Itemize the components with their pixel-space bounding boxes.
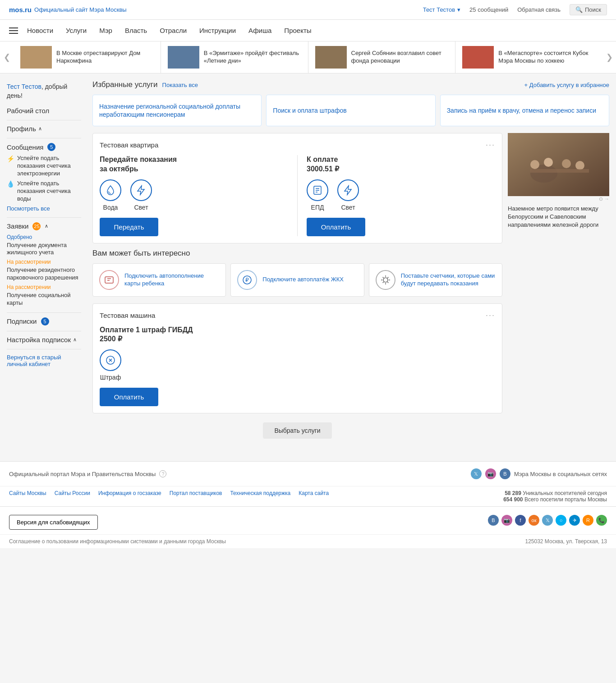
facebook-bottom-icon[interactable]: f <box>515 515 526 526</box>
ticker-prev-button[interactable]: ❮ <box>0 41 14 73</box>
fine-item: Штраф <box>100 349 121 381</box>
sidebar-old-cabinet-link[interactable]: Вернуться в старый личный кабинет <box>7 354 81 367</box>
ticker-image-1 <box>20 46 52 69</box>
sidebar-profile-toggle[interactable]: Профиль ∧ <box>7 125 81 133</box>
ticker-next-button[interactable]: ❯ <box>602 41 616 73</box>
footer-link-3[interactable]: Информация о госзаказе <box>98 490 161 496</box>
footer-address: 125032 Москва, ул. Тверская, 13 <box>525 538 607 545</box>
sidebar-messages-toggle[interactable]: Сообщения 5 <box>7 143 81 151</box>
feedback-link[interactable]: Обратная связь <box>517 6 561 13</box>
footer-top: Официальный портал Мэра и Правительства … <box>0 461 616 486</box>
twitter-bottom-icon[interactable]: 𝕏 <box>542 515 553 526</box>
sidebar-subscriptions-badge: 5 <box>41 317 49 325</box>
nav-authority[interactable]: Власть <box>125 27 147 34</box>
news-side-text[interactable]: Наземное метро появится между Белорусски… <box>508 205 609 229</box>
nav-instructions[interactable]: Инструкции <box>199 27 236 34</box>
instagram-icon[interactable]: 📷 <box>485 468 496 479</box>
footer-copyright-row: Соглашение о пользовании информационными… <box>0 534 616 548</box>
twitter-icon[interactable]: 𝕏 <box>471 468 482 479</box>
sidebar-desktop-section: Рабочий стол <box>7 107 81 115</box>
rss-bottom-icon[interactable]: R <box>583 515 593 526</box>
nav-projects[interactable]: Проекты <box>284 27 311 34</box>
sidebar-desktop-link[interactable]: Рабочий стол <box>7 107 81 115</box>
ticker-item[interactable]: В «Мегаспорте» состоится Кубок Мэра Моск… <box>455 41 602 73</box>
sidebar-reviewing-status-2: На рассмотрении <box>7 284 81 290</box>
sidebar-applications-toggle[interactable]: Заявки 25 ∧ <box>7 222 81 230</box>
user-chevron-icon: ▾ <box>457 6 460 13</box>
electric-pay-label: Свет <box>341 204 355 211</box>
favorites-show-all[interactable]: Показать все <box>162 82 198 88</box>
ticker-text-1: В Москве отреставрируют Дом Наркомфина <box>56 50 154 65</box>
footer-social-section: 𝕏 📷 В Мэра Москвы в социальных сетях <box>471 468 607 479</box>
svg-rect-18 <box>530 169 589 173</box>
electric-pay-icon <box>337 179 359 201</box>
ticker-item[interactable]: В «Эрмитаже» пройдёт фестиваль «Летние д… <box>161 41 308 73</box>
top-bar-right: Тест Тестов ▾ 25 сообщений Обратная связ… <box>423 4 607 15</box>
submit-readings-button[interactable]: Передать <box>100 218 158 236</box>
nav-news[interactable]: Новости <box>27 27 53 34</box>
footer-links-row: Сайты Москвы Сайты России Информация о г… <box>0 486 616 506</box>
electric-text: Успейте подать показания счетчика электр… <box>17 155 81 178</box>
apt-payment-icons: ЕПД Свет <box>307 179 495 211</box>
interest-card-1[interactable]: Подключить автопополнение карты ребенка <box>92 263 226 297</box>
footer-link-4[interactable]: Портал поставщиков <box>170 490 222 496</box>
sidebar-profile-section: Профиль ∧ <box>7 125 81 133</box>
favorites-title: Избранные услуги <box>92 80 158 89</box>
pay-button[interactable]: Оплатить <box>307 218 365 236</box>
fav-card-2[interactable]: Поиск и оплата штрафов <box>266 95 435 126</box>
footer-link-6[interactable]: Карта сайта <box>299 490 329 496</box>
footer-stat-1: 58 289 Уникальных посетителей сегодня <box>505 490 607 496</box>
nav-sectors[interactable]: Отрасли <box>160 27 187 34</box>
footer-links: Сайты Москвы Сайты России Информация о г… <box>9 490 329 496</box>
ok-bottom-icon[interactable]: ок <box>529 515 539 526</box>
interest-card-3[interactable]: Поставьте счетчики, которые сами будут п… <box>369 263 502 297</box>
footer-link-5[interactable]: Техническая поддержка <box>230 490 290 496</box>
pay-fine-button[interactable]: Оплатить <box>100 388 158 406</box>
apt-electric-pay-item: Свет <box>337 179 359 211</box>
telegram-bottom-icon[interactable]: ✈ <box>569 515 580 526</box>
fav-card-1[interactable]: Назначение региональной социальной допла… <box>92 95 262 126</box>
hamburger-button[interactable] <box>9 28 18 34</box>
footer-stat-2: 654 900 Всего посетили порталы Москвы <box>503 496 607 503</box>
user-menu[interactable]: Тест Тестов ▾ <box>423 6 460 13</box>
search-label: Поиск <box>585 6 601 13</box>
svg-rect-12 <box>508 133 609 196</box>
ticker-item[interactable]: В Москве отреставрируют Дом Наркомфина <box>14 41 161 73</box>
messages-link[interactable]: 25 сообщений <box>469 6 508 13</box>
car-menu-button[interactable]: ··· <box>486 311 495 320</box>
search-icon: 🔍 <box>575 6 583 13</box>
ticker-item[interactable]: Сергей Собянин возглавил совет фонда рен… <box>308 41 456 73</box>
select-services-button[interactable]: Выбрать услуги <box>263 422 331 439</box>
sidebar-approved-text: Получение документа жилищного учета <box>7 242 81 257</box>
sidebar-water-meter[interactable]: 💧 Успейте подать показания счетчика воды <box>7 180 81 203</box>
fav-card-3[interactable]: Запись на приём к врачу, отмена и перено… <box>440 95 609 126</box>
sidebar-settings-toggle[interactable]: Настройка подписок ∧ <box>7 336 81 344</box>
sidebar-reviewing-item-1: Получение резидентного парковочного разр… <box>7 266 81 282</box>
instagram-bottom-icon[interactable]: 📷 <box>501 515 512 526</box>
top-bar: mos.ru Официальный сайт Мэра Москвы Тест… <box>0 0 616 20</box>
phone-bottom-icon[interactable]: 📞 <box>596 515 607 526</box>
nav-events[interactable]: Афиша <box>248 27 271 34</box>
nav-mayor[interactable]: Мэр <box>99 27 112 34</box>
sidebar-reviewing-text-2: Получение социальной карты <box>7 292 81 307</box>
footer-link-2[interactable]: Сайты России <box>55 490 90 496</box>
sidebar-subscriptions-toggle[interactable]: Подписки 5 <box>7 317 81 325</box>
news-img-credit: ⊙ → <box>508 196 609 202</box>
sidebar-greeting-name[interactable]: Тест Тестов <box>7 83 41 90</box>
vk-bottom-icon[interactable]: В <box>488 515 499 526</box>
nav-services[interactable]: Услуги <box>66 27 87 34</box>
svg-point-16 <box>562 159 571 168</box>
apt-divider <box>297 155 298 236</box>
visually-impaired-button[interactable]: Версия для слабовидящих <box>9 515 98 530</box>
site-logo[interactable]: mos.ru <box>9 6 32 14</box>
car-payment-section: Оплатите 1 штраф ГИБДД2500 ₽ Штраф Оплат… <box>100 325 199 407</box>
sidebar-electric-meter[interactable]: ⚡ Успейте подать показания счетчика элек… <box>7 155 81 178</box>
vk-icon[interactable]: В <box>500 468 510 479</box>
footer-link-1[interactable]: Сайты Москвы <box>9 490 46 496</box>
search-button[interactable]: 🔍 Поиск <box>570 4 607 15</box>
apartment-menu-button[interactable]: ··· <box>486 140 495 150</box>
sidebar-view-all-link[interactable]: Посмотреть все <box>7 205 81 212</box>
interest-card-2[interactable]: ₽ Подключите автоплатёж ЖКХ <box>230 263 364 297</box>
skype-bottom-icon[interactable]: ○ <box>556 515 566 526</box>
favorites-add-link[interactable]: + Добавить услугу в избранное <box>524 82 609 88</box>
